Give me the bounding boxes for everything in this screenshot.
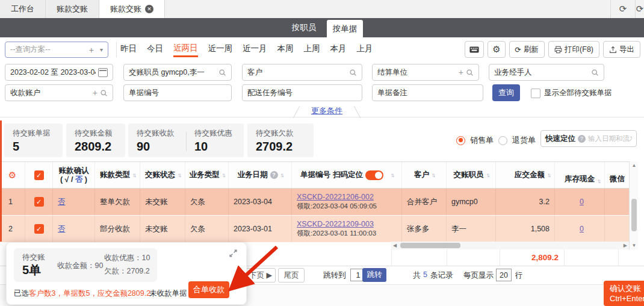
- cash-link[interactable]: 0: [580, 225, 584, 233]
- sort-icon[interactable]: ↑↓: [597, 178, 599, 184]
- more-conditions[interactable]: 更多条件: [294, 104, 360, 117]
- next-page-button[interactable]: 下页 ▶: [246, 268, 276, 283]
- shortcut-today[interactable]: 今日: [147, 43, 163, 56]
- scroll-down-icon[interactable]: ▼: [630, 243, 639, 248]
- header-cash[interactable]: 库存现金↑↓: [555, 162, 605, 188]
- header-biz-type[interactable]: 业务类型↑↓: [185, 162, 229, 188]
- column-settings[interactable]: ⚙: [0, 162, 25, 188]
- header-biz-date[interactable]: 业务日期?↑↓: [229, 162, 292, 188]
- settle-staff-input[interactable]: 交账职员 gymcp0,李一: [123, 64, 232, 81]
- settings-button[interactable]: ⚙: [488, 41, 505, 58]
- plus-icon[interactable]: +: [89, 45, 94, 55]
- row-checkbox-cell[interactable]: ✓: [25, 189, 53, 215]
- checkbox-checked[interactable]: ✓: [34, 197, 44, 207]
- sort-icon[interactable]: ↑↓: [280, 172, 283, 178]
- header-account-type[interactable]: 账款类型↑↓: [95, 162, 140, 188]
- receive-account-input[interactable]: 收款账户 +: [5, 84, 113, 101]
- plus-icon[interactable]: +: [459, 67, 463, 77]
- print-button[interactable]: 打印(F8): [548, 41, 599, 58]
- quick-locate-input[interactable]: 快速定位 ? 输入日期和流水号: [540, 130, 637, 147]
- search-icon[interactable]: [591, 69, 599, 76]
- export-button[interactable]: 导出: [603, 41, 640, 58]
- refresh-button[interactable]: ⟳ 刷新: [509, 41, 545, 58]
- tab-workbench[interactable]: 工作台: [0, 0, 46, 18]
- shortcut-lastmonth[interactable]: 近一月: [243, 43, 267, 56]
- per-page-input[interactable]: 20: [496, 269, 512, 281]
- customer-input[interactable]: 客户: [242, 64, 362, 81]
- confirm-link[interactable]: 否: [58, 197, 66, 207]
- settle-unit-input[interactable]: 结算单位 +: [372, 64, 479, 81]
- shortcut-thisweek[interactable]: 本周: [277, 43, 294, 56]
- sort-icon[interactable]: ↑↓: [547, 172, 550, 178]
- delivery-task-input[interactable]: 配送任务编号: [242, 84, 362, 101]
- query-scheme-select[interactable]: --查询方案-- + ▾: [5, 42, 108, 58]
- search-icon[interactable]: [218, 69, 226, 76]
- doc-number-link[interactable]: XSCKD-20221206-002: [297, 193, 374, 201]
- radio-return[interactable]: [498, 136, 507, 145]
- scroll-left-icon[interactable]: ◀: [393, 243, 397, 248]
- confirm-settle-button[interactable]: 确认交账 Ctrl+Enter: [604, 281, 644, 306]
- jump-button[interactable]: 跳转: [362, 268, 386, 282]
- sort-icon[interactable]: ↑↓: [486, 172, 489, 178]
- checkbox-checked[interactable]: ✓: [34, 224, 44, 234]
- scroll-right-icon[interactable]: ▶: [624, 243, 627, 248]
- table-row[interactable]: 1 ✓ 否 整单欠款 未交账 欠条 2023-03-04 XSCKD-20221…: [0, 189, 629, 215]
- keyboard-button[interactable]: [465, 41, 484, 58]
- sort-icon[interactable]: ↑↓: [178, 172, 180, 178]
- header-doc-number[interactable]: 单据编号 扫码定位 ↑↓: [292, 162, 402, 188]
- vertical-scrollbar[interactable]: ▲ ▼: [629, 161, 638, 249]
- gear-icon[interactable]: ⚙: [8, 170, 16, 181]
- tab-account-settle-1[interactable]: 账款交账: [46, 0, 99, 18]
- header-customer[interactable]: 客户↑↓: [402, 162, 447, 188]
- shortcut-yesterday[interactable]: 昨日: [120, 43, 137, 56]
- shortcut-lastweek[interactable]: 近一周: [208, 43, 233, 56]
- tab-by-document[interactable]: 按单据: [327, 20, 363, 37]
- radio-sale-selected[interactable]: [456, 136, 465, 145]
- sort-icon[interactable]: ↑↓: [132, 172, 135, 178]
- confirm-link[interactable]: 否: [58, 224, 66, 234]
- row-checkbox-cell[interactable]: ✓: [25, 216, 53, 242]
- more-tools-icon[interactable]: ⟳: [636, 4, 644, 14]
- close-icon[interactable]: ✕: [145, 5, 153, 13]
- scrollbar-thumb[interactable]: [631, 199, 637, 231]
- scroll-up-icon[interactable]: ▲: [630, 163, 639, 168]
- shortcut-last2days[interactable]: 近两日: [173, 43, 198, 57]
- plus-icon[interactable]: +: [93, 88, 98, 98]
- help-icon[interactable]: ?: [578, 135, 586, 143]
- sort-icon[interactable]: ↑↓: [222, 172, 224, 178]
- expand-icon[interactable]: [229, 249, 238, 260]
- show-all-checkbox[interactable]: [531, 89, 540, 98]
- search-icon[interactable]: [466, 69, 474, 76]
- doc-number-input[interactable]: 单据编号: [123, 84, 232, 101]
- select-all-cell[interactable]: ✓: [25, 162, 53, 188]
- doc-number-link[interactable]: XSCKD-20221209-003: [297, 220, 374, 228]
- scrollbar-thumb[interactable]: [400, 243, 460, 248]
- shortcut-prevmonth[interactable]: 上月: [357, 43, 373, 56]
- doc-remark-input[interactable]: 单据备注: [372, 84, 483, 101]
- shortcut-prevweek[interactable]: 上周: [304, 43, 320, 56]
- header-amount-due[interactable]: 应交金额↑↓: [496, 162, 555, 188]
- header-settle-status[interactable]: 交账状态↑↓: [140, 162, 185, 188]
- table-row[interactable]: 2 ✓ 否 部分收款 未交账 欠条 2023-03-01 XSCKD-20221…: [0, 215, 629, 242]
- query-button[interactable]: 查询: [492, 84, 520, 101]
- search-icon[interactable]: [349, 69, 357, 76]
- calendar-icon[interactable]: [98, 68, 108, 77]
- checkbox-checked[interactable]: ✓: [34, 170, 44, 180]
- help-icon[interactable]: ?: [270, 171, 278, 179]
- merge-receive-button[interactable]: 合单收款: [188, 281, 229, 298]
- sort-icon[interactable]: ↑↓: [391, 172, 393, 178]
- tab-by-staff[interactable]: 按职员: [283, 18, 325, 37]
- scan-locate-toggle-on[interactable]: [365, 170, 383, 180]
- cash-link[interactable]: 0: [580, 198, 584, 206]
- agent-input[interactable]: 业务经手人: [489, 64, 604, 81]
- header-settle-staff[interactable]: 交账职员↑↓: [447, 162, 496, 188]
- horizontal-scrollbar[interactable]: ◀ ▶: [391, 242, 629, 249]
- search-icon[interactable]: [100, 89, 108, 97]
- refresh-icon[interactable]: ⟳: [611, 4, 635, 14]
- shortcut-thismonth[interactable]: 本月: [330, 43, 347, 56]
- date-range-input[interactable]: 2023-02-02 至 2023-03-04: [5, 64, 113, 81]
- chevron-down-icon[interactable]: ▾: [100, 46, 103, 53]
- header-wechat-clipped[interactable]: 微信: [605, 162, 629, 188]
- last-page-button[interactable]: 尾页: [278, 268, 305, 283]
- sort-icon[interactable]: ↑↓: [432, 172, 434, 178]
